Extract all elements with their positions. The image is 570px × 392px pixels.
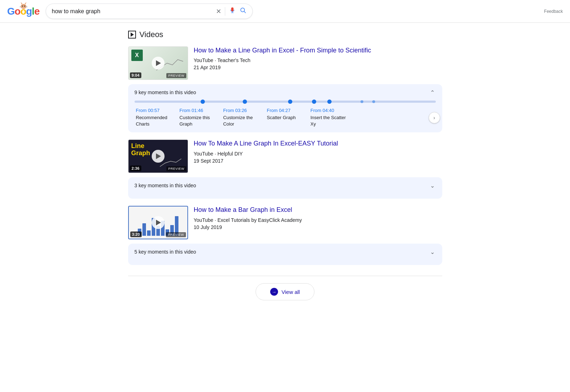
bar-3 (147, 230, 151, 236)
thumbnail-graph-text: Graph (131, 150, 150, 157)
key-moments-header-3: 5 key moments in this video ⌄ (135, 249, 436, 255)
play-triangle-icon (131, 32, 134, 37)
video-date-2: 19 Sept 2017 (194, 158, 442, 164)
timeline-dot-1 (201, 100, 205, 104)
thumbnail-play-overlay-2[interactable] (152, 150, 165, 163)
svg-point-5 (23, 7, 24, 7)
video-meta-1: YouTube · Teacher's Tech (194, 57, 442, 63)
svg-point-4 (24, 6, 25, 7)
moment-item-4[interactable]: From 04:27 Scatter Graph (265, 108, 309, 127)
moments-list-1: From 00:57 Recommended Charts From 01:46… (135, 108, 353, 127)
view-all-btn[interactable]: → View all (256, 283, 314, 300)
moment-item-2[interactable]: From 01:46 Customize this Graph (178, 108, 222, 127)
thumbnail-line-text: Line (131, 143, 150, 150)
section-title-text: Videos (140, 30, 163, 39)
preview-label-3: PREVIEW (166, 232, 186, 237)
video-title-1[interactable]: How to Make a Line Graph in Excel - From… (194, 47, 371, 54)
moments-wrapper-1: From 00:57 Recommended Charts From 01:46… (135, 108, 436, 127)
preview-label-2: PREVIEW (166, 166, 186, 171)
search-input[interactable] (52, 8, 212, 15)
logo-e: e (34, 6, 40, 17)
video-header-2: Line Graph 2:36 PREVIEW How To Make A Li… (128, 139, 442, 173)
video-date-1: 21 Apr 2019 (194, 65, 442, 70)
view-all-label: View all (282, 289, 300, 295)
moment-item-3[interactable]: From 03:26 Customize the Color (222, 108, 265, 127)
feedback-link[interactable]: Feedback (544, 9, 563, 14)
key-moments-header-1: 9 key moments in this video ⌃ (135, 89, 436, 96)
thumbnail-2-text: Line Graph (131, 143, 150, 157)
svg-marker-2 (25, 2, 26, 4)
svg-line-13 (244, 11, 246, 13)
video-dot-1: · (215, 57, 217, 63)
video-source-1: YouTube (194, 57, 213, 63)
key-moments-title-2: 3 key moments in this video (135, 183, 196, 188)
moment-time-4: From 04:27 (267, 108, 307, 113)
video-duration-2: 2:36 (130, 166, 141, 171)
video-card-3: 3:20 PREVIEW How to Make a Bar Graph in … (128, 206, 442, 265)
moment-label-4: Scatter Graph (267, 114, 307, 121)
video-thumbnail-3[interactable]: 3:20 PREVIEW (128, 206, 188, 239)
svg-point-3 (22, 6, 23, 7)
timeline-dot-4 (312, 100, 316, 104)
video-channel-1: Teacher's Tech (217, 57, 251, 63)
moment-item-1[interactable]: From 00:57 Recommended Charts (135, 108, 178, 127)
video-duration-3: 3:20 (130, 231, 142, 237)
videos-section-title: Videos (128, 30, 442, 39)
logo-l: l (32, 6, 34, 17)
svg-point-12 (241, 8, 244, 12)
key-moments-header-2: 3 key moments in this video ⌄ (135, 182, 436, 189)
search-submit-icon[interactable] (239, 7, 247, 16)
clear-icon[interactable]: ✕ (216, 8, 221, 15)
search-bar[interactable]: ✕ (46, 4, 253, 19)
video-channel-3: Excel Tutorials by EasyClick Academy (217, 217, 302, 223)
video-source-2: YouTube (194, 151, 213, 157)
chevron-down-icon-2[interactable]: ⌄ (429, 182, 436, 189)
play-btn-triangle-3 (156, 220, 161, 225)
google-logo[interactable]: Google (7, 5, 40, 18)
moment-label-5: Insert the Scatter Xy (311, 114, 351, 127)
moment-time-2: From 01:46 (180, 108, 220, 113)
video-meta-2: YouTube · Helpful DIY (194, 151, 442, 157)
header: Google ✕ (0, 0, 570, 23)
video-channel-2: Helpful DIY (217, 151, 243, 157)
moment-label-2: Customize this Graph (180, 114, 220, 127)
video-card-2: Line Graph 2:36 PREVIEW How To Make A Li… (128, 139, 442, 199)
bar-2 (142, 223, 146, 236)
mic-icon[interactable] (229, 7, 236, 16)
view-all-container: → View all (128, 276, 442, 300)
video-source-3: YouTube (194, 217, 213, 223)
video-meta-3: YouTube · Excel Tutorials by EasyClick A… (194, 217, 442, 223)
video-header-3: 3:20 PREVIEW How to Make a Bar Graph in … (128, 206, 442, 239)
thumbnail-play-overlay-1[interactable] (152, 57, 165, 70)
moment-label-3: Customize the Color (223, 114, 264, 127)
video-card-1: X 9:04 PREVIEW How to Make a Line Graph … (128, 46, 442, 132)
key-moments-title-3: 5 key moments in this video (135, 249, 196, 255)
moment-item-5[interactable]: From 04:40 Insert the Scatter Xy (309, 108, 353, 127)
logo-g: G (7, 6, 15, 17)
timeline-dot-2 (243, 100, 247, 104)
timeline-dot-7 (372, 100, 375, 103)
svg-point-0 (21, 4, 26, 9)
video-title-2[interactable]: How To Make A Line Graph In Excel-EASY T… (194, 140, 338, 147)
search-divider (225, 7, 225, 16)
video-title-3[interactable]: How to Make a Bar Graph in Excel (194, 206, 292, 213)
arrow-right-icon: → (270, 288, 278, 296)
video-thumbnail-2[interactable]: Line Graph 2:36 PREVIEW (128, 139, 188, 173)
excel-icon: X (131, 50, 143, 61)
main-content: Videos X 9:04 PREVIEW How to Make a Line… (107, 23, 464, 307)
moment-time-5: From 04:40 (311, 108, 351, 113)
video-thumbnail-1[interactable]: X 9:04 PREVIEW (128, 46, 188, 80)
video-date-3: 10 July 2019 (194, 224, 442, 230)
moment-label-1: Recommended Charts (136, 114, 177, 127)
timeline-dot-6 (360, 100, 363, 103)
moments-next-btn-1[interactable]: › (429, 112, 440, 123)
key-moments-title-1: 9 key moments in this video (135, 90, 196, 95)
play-icon (128, 31, 136, 39)
timeline-dot-5 (327, 100, 332, 104)
play-btn-triangle-2 (156, 153, 161, 159)
thumbnail-play-overlay-3[interactable] (152, 216, 165, 229)
chevron-down-icon-3[interactable]: ⌄ (429, 249, 436, 255)
key-moments-panel-2: 3 key moments in this video ⌄ (128, 177, 442, 199)
chevron-up-icon-1[interactable]: ⌃ (429, 89, 436, 96)
key-moments-panel-3: 5 key moments in this video ⌄ (128, 244, 442, 265)
